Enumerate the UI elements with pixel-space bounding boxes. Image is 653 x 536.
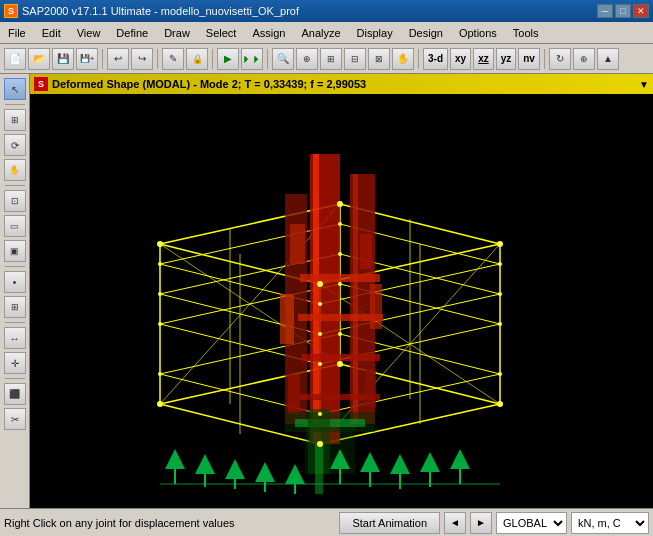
zoom-in-button[interactable]: ⊕ (296, 48, 318, 70)
nv-view-button[interactable]: nv (518, 48, 540, 70)
pan-tool[interactable]: ✋ (4, 159, 26, 181)
svg-rect-42 (280, 294, 294, 344)
main-toolbar: 📄 📂 💾 💾+ ↩ ↪ ✎ 🔒 ▶ ⏵⏵ 🔍 ⊕ ⊞ ⊟ ⊠ ✋ 3-d xy… (0, 44, 653, 74)
structure-canvas (30, 94, 653, 508)
new-button[interactable]: 📄 (4, 48, 26, 70)
start-animation-button[interactable]: Start Animation (339, 512, 440, 534)
select-all-tool[interactable]: ⊞ (4, 296, 26, 318)
zoom-extent-button[interactable]: ⊠ (368, 48, 390, 70)
main-area: ↖ ⊞ ⟳ ✋ ⊡ ▭ ▣ • ⊞ ↔ ✛ ⬛ ✂ S Deformed Sha… (0, 74, 653, 508)
yz-view-button[interactable]: yz (496, 48, 517, 70)
svg-point-94 (498, 262, 502, 266)
status-text: Right Click on any joint for displacemen… (4, 517, 335, 529)
menu-bar: File Edit View Define Draw Select Assign… (0, 22, 653, 44)
viewport-icon: S (34, 77, 48, 91)
menu-tools[interactable]: Tools (505, 25, 547, 41)
svg-point-84 (158, 372, 162, 376)
menu-file[interactable]: File (0, 25, 34, 41)
svg-rect-43 (370, 284, 382, 329)
run-button[interactable]: ▶ (217, 48, 239, 70)
svg-rect-38 (302, 354, 380, 361)
rubber-band-tool[interactable]: ⊡ (4, 190, 26, 212)
draw-frame-tool[interactable]: ▭ (4, 215, 26, 237)
minimize-button[interactable]: ─ (597, 4, 613, 18)
menu-assign[interactable]: Assign (244, 25, 293, 41)
unit-select[interactable]: kN, m, C kN, mm, C N, m, C (571, 512, 649, 534)
lock-button[interactable]: 🔒 (186, 48, 208, 70)
scissors-tool[interactable]: ✂ (4, 408, 26, 430)
viewport-chevron[interactable]: ▼ (639, 79, 649, 90)
pointer-tool[interactable]: ↖ (4, 78, 26, 100)
svg-rect-45 (365, 369, 376, 407)
svg-point-80 (158, 322, 162, 326)
extrude-tool[interactable]: ⬛ (4, 383, 26, 405)
menu-draw[interactable]: Draw (156, 25, 198, 41)
zoom-out-button[interactable]: 🔍 (272, 48, 294, 70)
menu-define[interactable]: Define (108, 25, 156, 41)
menu-edit[interactable]: Edit (34, 25, 69, 41)
svg-point-78 (497, 241, 503, 247)
draw-shell-tool[interactable]: ▣ (4, 240, 26, 262)
menu-view[interactable]: View (69, 25, 109, 41)
toolbar-sep-1 (102, 49, 103, 69)
viewport: S Deformed Shape (MODAL) - Mode 2; T = 0… (30, 74, 653, 508)
toolbar-sep-5 (418, 49, 419, 69)
arrow-up-button[interactable]: ▲ (597, 48, 619, 70)
menu-select[interactable]: Select (198, 25, 245, 41)
svg-rect-41 (360, 234, 372, 269)
svg-rect-40 (290, 224, 305, 264)
menu-design[interactable]: Design (401, 25, 451, 41)
zoom-prev-button[interactable]: ⊟ (344, 48, 366, 70)
3d-view-button[interactable]: 3-d (423, 48, 448, 70)
svg-rect-44 (288, 374, 300, 414)
menu-analyze[interactable]: Analyze (293, 25, 348, 41)
structure-svg (30, 94, 653, 508)
svg-rect-32 (313, 154, 319, 444)
nav-prev-button[interactable]: ◄ (444, 512, 466, 534)
viewport-title: Deformed Shape (MODAL) - Mode 2; T = 0,3… (52, 78, 366, 90)
left-sep-3 (5, 266, 25, 267)
svg-point-72 (157, 401, 163, 407)
svg-point-79 (337, 201, 343, 207)
left-sep-5 (5, 378, 25, 379)
resize-tool[interactable]: ↔ (4, 327, 26, 349)
save-button[interactable]: 💾 (52, 48, 74, 70)
zoom-region-tool[interactable]: ⊞ (4, 109, 26, 131)
svg-point-85 (318, 412, 322, 416)
svg-point-74 (497, 401, 503, 407)
menu-options[interactable]: Options (451, 25, 505, 41)
svg-point-90 (498, 292, 502, 296)
draw-button[interactable]: ✎ (162, 48, 184, 70)
left-sep-4 (5, 322, 25, 323)
svg-point-93 (318, 302, 322, 306)
xz-view-button[interactable]: xz (473, 48, 494, 70)
pan-button[interactable]: ✋ (392, 48, 414, 70)
zoom-box-button[interactable]: ⊞ (320, 48, 342, 70)
svg-point-91 (338, 252, 342, 256)
svg-point-82 (498, 322, 502, 326)
coord-system-select[interactable]: GLOBAL LOCAL (496, 512, 567, 534)
svg-point-87 (338, 332, 342, 336)
close-button[interactable]: ✕ (633, 4, 649, 18)
rotate-tool[interactable]: ⟳ (4, 134, 26, 156)
save2-button[interactable]: 💾+ (76, 48, 98, 70)
move-tool[interactable]: ✛ (4, 352, 26, 374)
step-button[interactable]: ⏵⏵ (241, 48, 263, 70)
svg-point-77 (317, 281, 323, 287)
menu-display[interactable]: Display (349, 25, 401, 41)
extra-button[interactable]: ⊕ (573, 48, 595, 70)
undo-button[interactable]: ↩ (107, 48, 129, 70)
svg-point-88 (158, 292, 162, 296)
redo-button[interactable]: ↪ (131, 48, 153, 70)
refresh-button[interactable]: ↻ (549, 48, 571, 70)
nav-next-button[interactable]: ► (470, 512, 492, 534)
maximize-button[interactable]: □ (615, 4, 631, 18)
node-tool[interactable]: • (4, 271, 26, 293)
toolbar-sep-2 (157, 49, 158, 69)
xy-view-button[interactable]: xy (450, 48, 471, 70)
svg-point-75 (337, 361, 343, 367)
left-sep-1 (5, 104, 25, 105)
svg-point-83 (338, 282, 342, 286)
svg-point-89 (318, 332, 322, 336)
open-button[interactable]: 📂 (28, 48, 50, 70)
